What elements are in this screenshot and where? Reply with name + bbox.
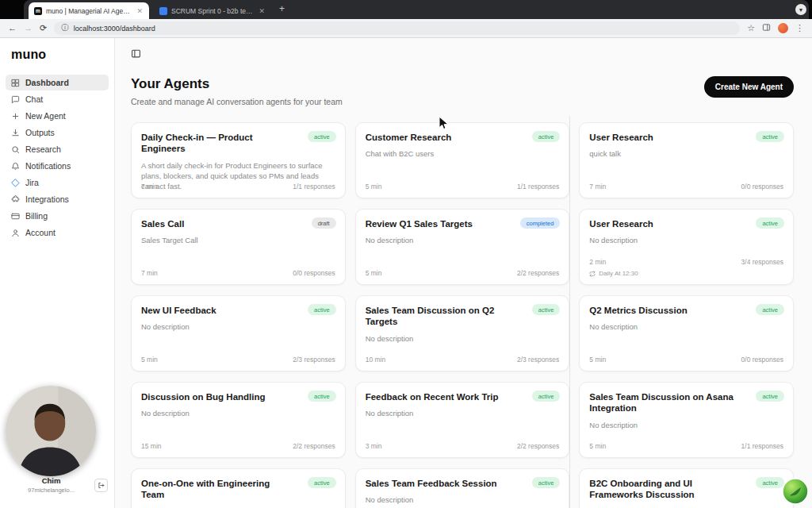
status-badge: active bbox=[756, 217, 784, 229]
status-badge: active bbox=[308, 477, 336, 488]
browser-menu-icon[interactable]: ⋮ bbox=[795, 24, 804, 33]
status-badge: active bbox=[308, 131, 336, 142]
agent-card-description: No description bbox=[141, 408, 335, 418]
tab-title: muno | Managerial AI Agents bbox=[46, 7, 132, 15]
search-icon bbox=[11, 145, 20, 154]
agent-card-footer: 5 min 2/3 responses bbox=[141, 356, 335, 364]
agent-card-footer: 5 min 1/1 responses bbox=[366, 183, 560, 190]
status-badge: completed bbox=[520, 217, 561, 229]
agent-card[interactable]: Daily Check-in — Product Engineers activ… bbox=[131, 122, 346, 198]
main-content: Your Agents Create and manage AI convers… bbox=[115, 38, 812, 508]
close-tab-icon[interactable]: ✕ bbox=[136, 7, 144, 15]
agent-card-title: B2C Onboarding and UI Frameworks Discuss… bbox=[589, 478, 783, 501]
agent-card[interactable]: Sales Call draft Sales Target Call 7 min… bbox=[131, 209, 346, 285]
browser-toolbar: ← → ⟳ ⓘ localhost:3000/dashboard ☆ ⋮ bbox=[0, 19, 812, 38]
agents-grid: Daily Check-in — Product Engineers activ… bbox=[131, 122, 794, 508]
bookmark-star-icon[interactable]: ☆ bbox=[747, 24, 755, 33]
agent-card-footer: 7 min 0/0 responses bbox=[589, 183, 783, 190]
plus-icon bbox=[11, 112, 20, 121]
agent-card-footer: 7 min 0/0 responses bbox=[141, 269, 335, 277]
puzzle-icon bbox=[11, 195, 20, 204]
agent-card[interactable]: New UI Feedback active No description 5 … bbox=[131, 295, 346, 371]
assistant-widget[interactable] bbox=[782, 478, 809, 505]
tab-muno[interactable]: m muno | Managerial AI Agents ✕ bbox=[29, 2, 149, 19]
agent-card[interactable]: One-on-One with Engineering Team active … bbox=[131, 468, 346, 508]
agent-card[interactable]: User Research active quick talk 7 min 0/… bbox=[579, 122, 794, 198]
status-badge: active bbox=[756, 131, 784, 142]
agent-responses: 3/4 responses bbox=[741, 258, 783, 266]
side-panel-icon[interactable] bbox=[762, 23, 771, 33]
address-bar[interactable]: ⓘ localhost:3000/dashboard bbox=[54, 21, 740, 35]
agent-card[interactable]: B2C Onboarding and UI Frameworks Discuss… bbox=[579, 468, 794, 508]
sidebar-item-research[interactable]: Research bbox=[6, 141, 109, 157]
agent-card-title: Sales Team Discussion on Q2 Targets bbox=[366, 305, 560, 328]
agent-duration: 10 min bbox=[366, 356, 386, 364]
sidebar-item-chat[interactable]: Chat bbox=[6, 91, 109, 107]
agent-responses: 2/2 responses bbox=[517, 269, 559, 277]
agent-responses: 2/3 responses bbox=[293, 356, 335, 364]
agent-card-footer: 5 min 2/2 responses bbox=[366, 269, 560, 277]
create-new-agent-button[interactable]: Create New Agent bbox=[704, 76, 794, 98]
agent-card-description: No description bbox=[366, 408, 560, 418]
profile-avatar[interactable] bbox=[778, 23, 788, 33]
agent-card[interactable]: Q2 Metrics Discussion active No descript… bbox=[579, 295, 794, 371]
agent-card-footer: 7 min 1/1 responses bbox=[141, 183, 335, 190]
agent-responses: 2/2 responses bbox=[293, 442, 335, 450]
close-tab-icon[interactable]: ✕ bbox=[258, 7, 266, 15]
sidebar-item-new-agent[interactable]: New Agent bbox=[6, 108, 109, 124]
sidebar-toggle-icon[interactable] bbox=[131, 48, 141, 59]
agent-card-title: Sales Team Feedback Session bbox=[366, 478, 560, 489]
sidebar-item-jira[interactable]: Jira bbox=[6, 175, 109, 190]
sign-out-button[interactable] bbox=[94, 479, 108, 492]
sidebar-item-dashboard[interactable]: Dashboard bbox=[6, 75, 109, 90]
agent-duration: 7 min bbox=[141, 269, 158, 277]
sidebar-item-account[interactable]: Account bbox=[6, 225, 109, 241]
sidebar: muno Dashboard Chat New Agent Outputs Re… bbox=[0, 38, 115, 508]
user-handle: 97michelangelo... bbox=[8, 487, 94, 494]
status-badge: active bbox=[756, 477, 784, 488]
agent-card[interactable]: Review Q1 Sales Targets completed No des… bbox=[355, 209, 570, 285]
status-badge: draft bbox=[312, 217, 336, 229]
tab-search-chevron-icon[interactable]: ▼ bbox=[795, 4, 806, 15]
agent-duration: 15 min bbox=[141, 442, 162, 450]
agent-card-footer: 10 min 2/3 responses bbox=[366, 356, 560, 364]
status-badge: active bbox=[308, 391, 336, 402]
jira-icon bbox=[11, 179, 20, 187]
site-info-icon[interactable]: ⓘ bbox=[61, 23, 69, 33]
webcam-overlay[interactable] bbox=[6, 386, 96, 476]
agent-card[interactable]: User Research active No description 2 mi… bbox=[579, 209, 794, 285]
sidebar-item-notifications[interactable]: Notifications bbox=[6, 158, 109, 174]
sign-out-icon bbox=[98, 482, 105, 489]
agent-card[interactable]: Sales Team Discussion on Asana Integrati… bbox=[579, 382, 794, 458]
browser-tab-strip: m muno | Managerial AI Agents ✕ SCRUM Sp… bbox=[0, 0, 812, 19]
agent-card-description: No description bbox=[366, 495, 560, 505]
tab-scrum[interactable]: SCRUM Sprint 0 - b2b team ✕ bbox=[154, 2, 271, 19]
page-subtitle: Create and manage AI conversation agents… bbox=[131, 97, 343, 106]
agent-card[interactable]: Feedback on Recent Work Trip active No d… bbox=[355, 382, 570, 458]
agent-card[interactable]: Customer Research active Chat with B2C u… bbox=[355, 122, 570, 198]
reload-icon[interactable]: ⟳ bbox=[40, 24, 47, 33]
agent-card[interactable]: Sales Team Discussion on Q2 Targets acti… bbox=[355, 295, 570, 371]
agent-card-description: No description bbox=[366, 235, 560, 245]
agent-card-footer: 5 min 0/0 responses bbox=[589, 356, 783, 364]
status-badge: active bbox=[532, 391, 561, 402]
agent-duration: 5 min bbox=[141, 356, 158, 364]
agent-card-footer: 2 min 3/4 responses Daily At 12:30 bbox=[589, 258, 783, 277]
sidebar-item-outputs[interactable]: Outputs bbox=[6, 125, 109, 140]
agent-card[interactable]: Discussion on Bug Handling active No des… bbox=[131, 382, 346, 458]
agent-card-footer: 5 min 1/1 responses bbox=[589, 442, 783, 450]
agent-card-title: Daily Check-in — Product Engineers bbox=[141, 132, 335, 155]
sidebar-item-billing[interactable]: Billing bbox=[6, 208, 109, 224]
back-icon[interactable]: ← bbox=[8, 24, 17, 33]
sidebar-item-integrations[interactable]: Integrations bbox=[6, 191, 109, 207]
agent-responses: 1/1 responses bbox=[293, 183, 335, 190]
agent-duration: 3 min bbox=[366, 442, 382, 450]
new-tab-button[interactable]: + bbox=[279, 3, 285, 15]
agent-card-title: User Research bbox=[589, 218, 783, 229]
agent-responses: 0/0 responses bbox=[741, 356, 783, 364]
agent-duration: 7 min bbox=[141, 183, 158, 190]
agent-card[interactable]: Sales Team Feedback Session active No de… bbox=[355, 468, 570, 508]
agent-card-title: Sales Call bbox=[141, 218, 335, 229]
agent-duration: 5 min bbox=[589, 356, 606, 364]
forward-icon[interactable]: → bbox=[24, 24, 33, 33]
